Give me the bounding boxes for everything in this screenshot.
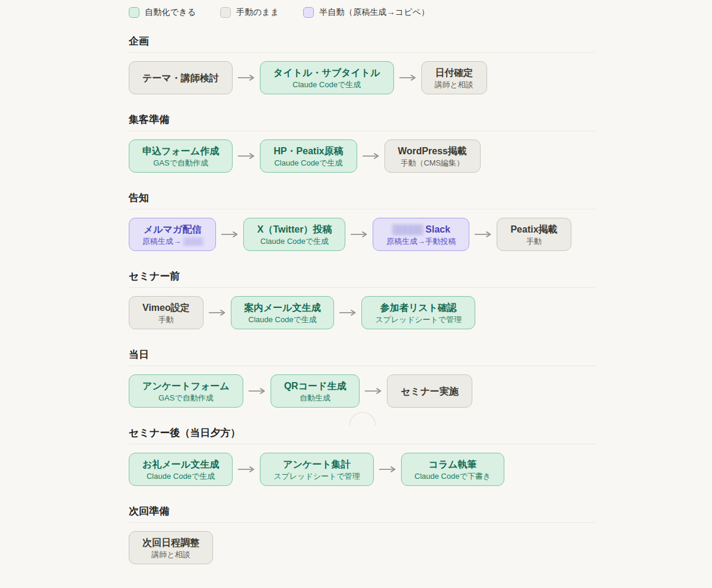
step-subtitle: Claude Codeで下書き	[415, 471, 491, 482]
step-subtitle: スプレッドシートで管理	[274, 471, 360, 482]
flow-step: ▒▒▒▒▒ Slack原稿生成→手動投稿	[373, 218, 469, 251]
step-subtitle: 手動（CMS編集）	[401, 158, 464, 169]
section-4: セミナー前Vimeo設定手動案内メール文生成Claude Codeで生成参加者リ…	[129, 271, 595, 329]
step-subtitle-text: GASで自動作成	[158, 393, 214, 402]
section-divider	[129, 365, 595, 366]
flow-step: セミナー実施	[387, 374, 472, 408]
step-title-text: Slack	[423, 224, 450, 234]
step-subtitle: Claude Codeで生成	[293, 80, 361, 90]
arrow-right-icon	[399, 74, 417, 82]
step-subtitle-text: 手動	[158, 315, 174, 324]
step-subtitle-text: Claude Codeで生成	[260, 237, 329, 246]
steps-row: Vimeo設定手動案内メール文生成Claude Codeで生成参加者リスト確認ス…	[129, 296, 595, 329]
step-subtitle: スプレッドシートで管理	[375, 314, 461, 325]
legend-item-auto: 自動化できる	[129, 7, 196, 18]
step-subtitle-text: 講師と相談	[151, 550, 190, 559]
section-divider	[129, 52, 595, 53]
flow-step: アンケートフォームGASで自動作成	[129, 374, 243, 408]
flow-step: Vimeo設定手動	[129, 296, 204, 329]
flow-canvas: 自動化できる手動のまま半自動（原稿生成→コピペ） 企画テーマ・講師検討タイトル・…	[0, 0, 712, 588]
legend: 自動化できる手動のまま半自動（原稿生成→コピペ）	[129, 7, 595, 18]
legend-item-semi: 半自動（原稿生成→コピペ）	[303, 7, 430, 18]
section-divider	[129, 287, 595, 288]
step-title: アンケートフォーム	[142, 379, 230, 393]
legend-label: 手動のまま	[236, 7, 279, 18]
section-divider	[129, 522, 595, 523]
redacted-text: ▒▒▒▒▒	[392, 224, 423, 234]
section-5: 当日アンケートフォームGASで自動作成QRコード生成自動生成セミナー実施	[129, 349, 595, 408]
legend-label: 自動化できる	[145, 7, 196, 18]
step-subtitle: 原稿生成→ ▒▒▒▒	[142, 236, 202, 247]
step-subtitle: 手動	[158, 314, 174, 325]
step-title: X（Twitter）投稿	[257, 223, 332, 236]
step-title: お礼メール文生成	[142, 457, 219, 471]
flow-step: 申込フォーム作成GASで自動作成	[129, 139, 233, 173]
arrow-right-icon	[362, 152, 380, 160]
flow-step: コラム執筆Claude Codeで下書き	[401, 453, 505, 486]
section-title: セミナー後（当日夕方）	[129, 427, 595, 439]
step-subtitle: 自動生成	[300, 393, 330, 403]
step-subtitle: GASで自動作成	[153, 158, 208, 169]
legend-label: 半自動（原稿生成→コピペ）	[319, 7, 430, 18]
section-title: 告知	[129, 192, 595, 204]
arrow-right-icon	[208, 309, 226, 317]
arrow-right-icon	[237, 152, 255, 160]
arrow-right-icon	[248, 387, 266, 395]
step-title: 申込フォーム作成	[142, 144, 219, 158]
section-divider	[129, 131, 595, 131]
step-subtitle-text: スプレッドシートで管理	[375, 315, 461, 324]
step-title: HP・Peatix原稿	[274, 144, 343, 158]
section-title: 次回準備	[129, 506, 595, 517]
arrow-right-icon	[221, 230, 239, 239]
step-title: QRコード生成	[284, 379, 347, 393]
flow-step: メルマガ配信原稿生成→ ▒▒▒▒	[129, 218, 216, 251]
step-subtitle: Claude Codeで生成	[274, 158, 342, 169]
step-title: 参加者リスト確認	[380, 301, 457, 314]
step-subtitle: Claude Codeで生成	[260, 236, 329, 247]
step-subtitle-text: 原稿生成→	[142, 237, 183, 246]
step-subtitle-text: スプレッドシートで管理	[274, 472, 360, 481]
flow-step: HP・Peatix原稿Claude Codeで生成	[260, 139, 357, 173]
section-1: 企画テーマ・講師検討タイトル・サブタイトルClaude Codeで生成日付確定講…	[129, 36, 595, 94]
step-subtitle-text: 自動生成	[300, 393, 330, 402]
step-subtitle-text: GASで自動作成	[153, 158, 208, 167]
step-subtitle-text: 講師と相談	[435, 80, 473, 89]
arrow-right-icon	[379, 465, 396, 473]
step-subtitle-text: Claude Codeで下書き	[415, 472, 491, 481]
flow-step: テーマ・講師検討	[129, 61, 233, 94]
step-title: アンケート集計	[283, 457, 351, 471]
step-subtitle: 講師と相談	[435, 80, 473, 90]
steps-row: 次回日程調整講師と相談	[129, 531, 595, 564]
arrow-right-icon	[237, 465, 255, 473]
step-title: WordPress掲載	[398, 144, 467, 158]
section-7: 次回準備次回日程調整講師と相談	[129, 506, 595, 564]
step-title: ▒▒▒▒▒ Slack	[392, 223, 450, 236]
steps-row: テーマ・講師検討タイトル・サブタイトルClaude Codeで生成日付確定講師と…	[129, 61, 595, 94]
arrow-right-icon	[339, 309, 357, 317]
flow-sections: 企画テーマ・講師検討タイトル・サブタイトルClaude Codeで生成日付確定講…	[129, 36, 595, 564]
section-title: セミナー前	[129, 271, 595, 282]
section-title: 当日	[129, 349, 595, 361]
flow-step: 参加者リスト確認スプレッドシートで管理	[361, 296, 475, 329]
step-title: 案内メール文生成	[244, 301, 321, 314]
legend-item-manual: 手動のまま	[220, 7, 279, 18]
flow-step: アンケート集計スプレッドシートで管理	[260, 453, 373, 486]
step-title: Vimeo設定	[142, 301, 190, 314]
step-title: 日付確定	[435, 66, 473, 80]
flow-step: タイトル・サブタイトルClaude Codeで生成	[260, 61, 394, 94]
flow-step: QRコード生成自動生成	[271, 374, 360, 408]
step-title: Peatix掲載	[510, 223, 557, 236]
step-subtitle-text: Claude Codeで生成	[249, 315, 317, 324]
section-3: 告知メルマガ配信原稿生成→ ▒▒▒▒X（Twitter）投稿Claude Cod…	[129, 192, 595, 251]
arrow-right-icon	[350, 230, 368, 239]
step-subtitle-text: Claude Codeで生成	[293, 80, 361, 89]
section-2: 集客準備申込フォーム作成GASで自動作成HP・Peatix原稿Claude Co…	[129, 114, 595, 173]
step-subtitle: 講師と相談	[151, 549, 190, 560]
step-title: テーマ・講師検討	[142, 71, 219, 85]
step-subtitle: GASで自動作成	[158, 393, 214, 403]
step-title: 次回日程調整	[142, 536, 199, 549]
step-title: タイトル・サブタイトル	[274, 66, 380, 80]
step-title: セミナー実施	[401, 384, 458, 398]
section-divider	[129, 209, 595, 209]
step-subtitle-text: 原稿生成→手動投稿	[386, 237, 456, 246]
